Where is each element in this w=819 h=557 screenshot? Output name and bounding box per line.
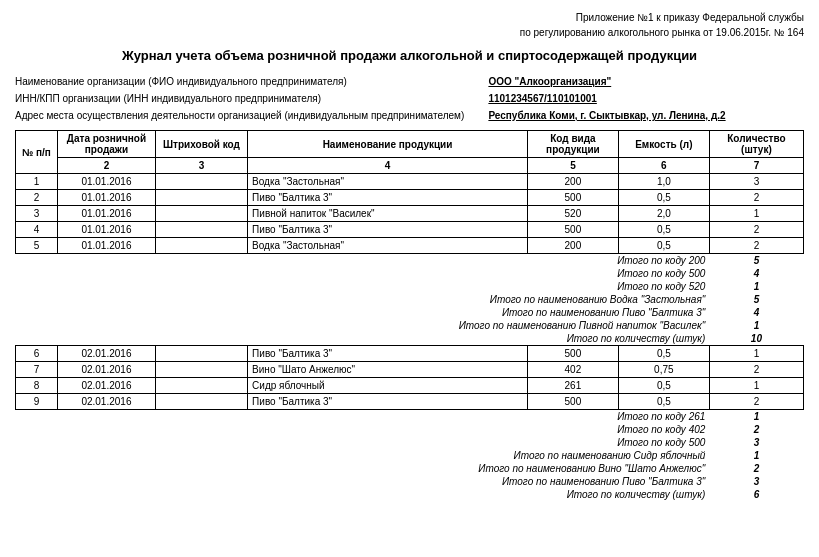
table-header-row: № п/п Дата розничной продажи Штриховой к… [16,131,804,158]
header-right: Приложение №1 к приказу Федеральной служ… [15,10,804,40]
main-table: № п/п Дата розничной продажи Штриховой к… [15,130,804,501]
addr-label: Адрес места осуществления деятельности о… [15,107,488,124]
summary-row: Итого по наименованию Вино "Шато Анжелюс… [16,462,804,475]
summary-row: Итого по коду 5201 [16,280,804,293]
col-header-barcode: Штриховой код [155,131,247,158]
summary-row: Итого по наименованию Сидр яблочный1 [16,449,804,462]
table-row: 401.01.2016Пиво "Балтика 3"5000,52 [16,222,804,238]
col-header-num: № п/п [16,131,58,174]
header-line2: по регулированию алкогольного рынка от 1… [15,25,804,40]
summary-row: Итого по наименованию Пивной напиток "Ва… [16,319,804,332]
summary-row: Итого по наименованию Водка "Застольная"… [16,293,804,306]
org-name-label: Наименование организации (ФИО индивидуал… [15,73,488,90]
summary-row: Итого по коду 2611 [16,410,804,424]
summary-row: Итого по количеству (штук)6 [16,488,804,501]
summary-row: Итого по наименованию Пиво "Балтика 3"3 [16,475,804,488]
main-title: Журнал учета объема розничной продажи ал… [15,48,804,63]
table-row: 902.01.2016Пиво "Балтика 3"5000,52 [16,394,804,410]
col-header-date: Дата розничной продажи [57,131,155,158]
table-row: 201.01.2016Пиво "Балтика 3"5000,52 [16,190,804,206]
summary-row: Итого по коду 4022 [16,423,804,436]
table-row: 301.01.2016Пивной напиток "Василек"5202,… [16,206,804,222]
org-info: Наименование организации (ФИО индивидуал… [15,73,804,124]
summary-row: Итого по количеству (штук)10 [16,332,804,346]
summary-row: Итого по наименованию Пиво "Балтика 3"4 [16,306,804,319]
col-numbers-row: 2 3 4 5 6 7 [16,158,804,174]
col-header-name: Наименование продукции [248,131,528,158]
col-header-code: Код вида продукции [527,131,618,158]
addr-value: Республика Коми, г. Сыктывкар, ул. Ленин… [488,107,804,124]
inn-value: 1101234567/110101001 [488,90,804,107]
table-row: 802.01.2016Сидр яблочный2610,51 [16,378,804,394]
table-row: 101.01.2016Водка "Застольная"2001,03 [16,174,804,190]
header-line1: Приложение №1 к приказу Федеральной служ… [15,10,804,25]
summary-row: Итого по коду 2005 [16,254,804,268]
summary-row: Итого по коду 5003 [16,436,804,449]
table-row: 702.01.2016Вино "Шато Анжелюс"4020,752 [16,362,804,378]
col-header-volume: Емкость (л) [618,131,709,158]
inn-label: ИНН/КПП организации (ИНН индивидуального… [15,90,488,107]
col-header-qty: Количество (штук) [709,131,803,158]
table-row: 602.01.2016Пиво "Балтика 3"5000,51 [16,346,804,362]
org-name-value: ООО "Алкоорганизация" [488,73,804,90]
table-row: 501.01.2016Водка "Застольная"2000,52 [16,238,804,254]
summary-row: Итого по коду 5004 [16,267,804,280]
